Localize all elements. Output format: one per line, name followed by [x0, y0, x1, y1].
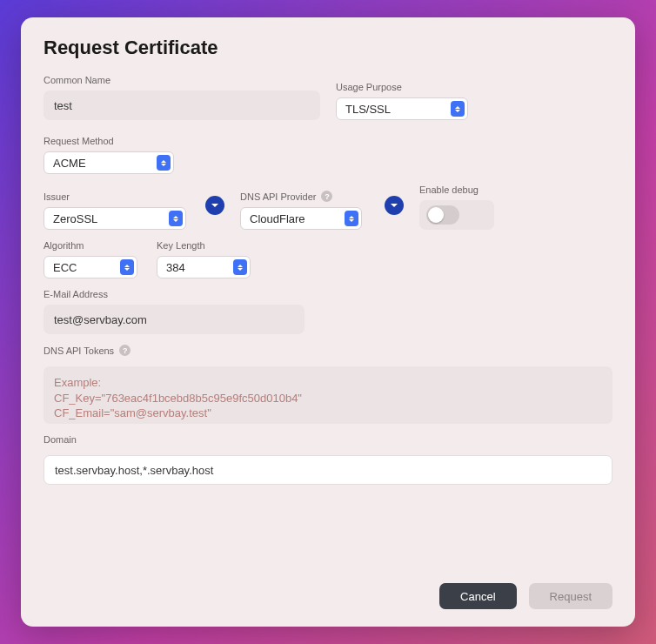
- algorithm-value: ECC: [53, 261, 77, 274]
- label-domain: Domain: [44, 434, 612, 445]
- form-area: Common Name Usage Purpose TLS/SSL Reques…: [44, 75, 612, 583]
- email-input[interactable]: [44, 305, 305, 334]
- help-icon[interactable]: ?: [321, 191, 332, 202]
- dialog-footer: Cancel Request: [44, 583, 612, 609]
- label-algorithm: Algorithm: [44, 240, 141, 251]
- label-issuer: Issuer: [44, 191, 190, 202]
- updown-icon: [451, 101, 465, 117]
- enable-debug-wrapper: [419, 200, 494, 230]
- label-enable-debug: Enable debug: [419, 184, 494, 195]
- label-dns-api-tokens: DNS API Tokens ?: [44, 345, 612, 356]
- dns-provider-expand-button[interactable]: [385, 196, 404, 215]
- key-length-value: 384: [166, 261, 185, 274]
- request-method-value: ACME: [53, 157, 86, 170]
- key-length-select[interactable]: 384: [157, 256, 251, 278]
- updown-icon: [120, 259, 134, 275]
- chevron-down-icon: [390, 201, 398, 210]
- dns-api-tokens-input[interactable]: [44, 366, 612, 424]
- algorithm-select[interactable]: ECC: [44, 256, 137, 278]
- request-button[interactable]: Request: [529, 583, 612, 609]
- label-common-name: Common Name: [44, 75, 320, 85]
- updown-icon: [157, 155, 171, 171]
- updown-icon: [345, 211, 358, 226]
- label-request-method: Request Method: [44, 136, 174, 146]
- help-icon[interactable]: ?: [119, 345, 131, 356]
- enable-debug-toggle[interactable]: [426, 205, 459, 225]
- updown-icon: [169, 211, 183, 226]
- request-certificate-dialog: Request Certificate Common Name Usage Pu…: [21, 17, 635, 627]
- usage-purpose-value: TLS/SSL: [345, 103, 391, 116]
- chevron-down-icon: [211, 201, 219, 210]
- issuer-select[interactable]: ZeroSSL: [44, 207, 186, 230]
- common-name-input[interactable]: [44, 91, 320, 120]
- domain-input[interactable]: [44, 455, 612, 485]
- label-email: E-Mail Address: [44, 289, 305, 299]
- label-usage-purpose: Usage Purpose: [336, 82, 473, 92]
- label-key-length: Key Length: [157, 240, 254, 251]
- dns-provider-value: CloudFlare: [250, 212, 305, 225]
- issuer-expand-button[interactable]: [205, 196, 224, 215]
- usage-purpose-select[interactable]: TLS/SSL: [336, 97, 468, 120]
- request-method-select[interactable]: ACME: [44, 151, 174, 174]
- dns-provider-select[interactable]: CloudFlare: [240, 207, 362, 230]
- dialog-title: Request Certificate: [44, 37, 612, 59]
- issuer-value: ZeroSSL: [53, 212, 97, 225]
- label-dns-api-provider: DNS API Provider ?: [240, 191, 369, 202]
- cancel-button[interactable]: Cancel: [439, 583, 516, 609]
- updown-icon: [233, 259, 247, 275]
